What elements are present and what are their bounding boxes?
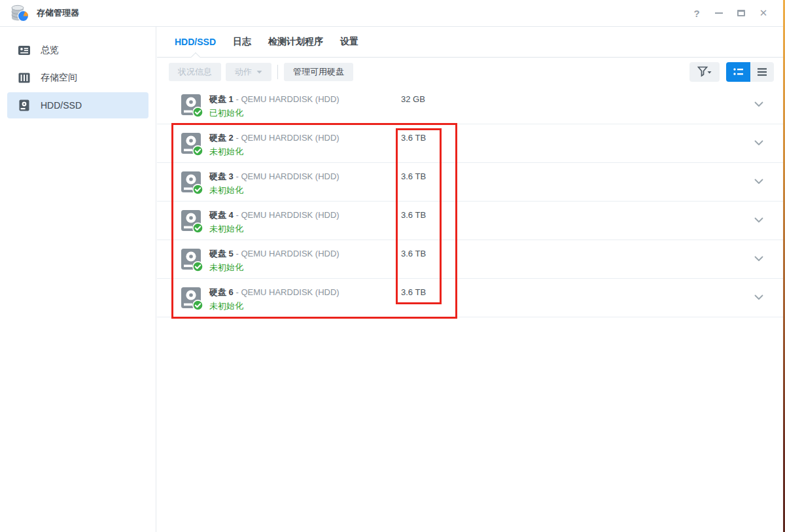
disk-icon — [18, 99, 31, 112]
minimize-button[interactable] — [712, 6, 726, 20]
drive-text: 硬盘 1 - QEMU HARDDISK (HDD) 已初始化 — [209, 94, 340, 118]
hdd-status-icon — [181, 92, 203, 118]
chevron-down-icon[interactable] — [754, 101, 763, 107]
tab-test-scheduler[interactable]: 检测计划程序 — [268, 27, 323, 57]
drive-size: 3.6 TB — [401, 210, 426, 220]
chevron-down-icon[interactable] — [754, 256, 763, 262]
chevron-down-icon[interactable] — [754, 217, 763, 223]
detail-list-view-icon — [733, 67, 744, 77]
hdd-status-icon — [181, 131, 203, 156]
detail-list-view-button[interactable] — [726, 62, 750, 82]
drive-text: 硬盘 5 - QEMU HARDDISK (HDD) 未初始化 — [209, 248, 340, 273]
tab-label: 检测计划程序 — [268, 36, 323, 48]
health-info-label: 状况信息 — [178, 66, 212, 78]
tab-label: 日志 — [233, 36, 251, 48]
manage-available-drives-button[interactable]: 管理可用硬盘 — [284, 63, 353, 81]
separator: - — [236, 287, 238, 297]
minimize-icon — [715, 12, 723, 14]
separator: - — [236, 210, 238, 220]
storage-manager-app-icon — [10, 5, 29, 22]
drive-model: QEMU HARDDISK (HDD) — [241, 210, 339, 220]
drive-text: 硬盘 4 - QEMU HARDDISK (HDD) 未初始化 — [209, 209, 340, 234]
drive-model: QEMU HARDDISK (HDD) — [241, 94, 339, 104]
separator: - — [236, 94, 238, 104]
drive-status: 未初始化 — [209, 146, 340, 157]
sidebar-item-overview[interactable]: 总览 — [7, 37, 148, 63]
manage-label: 管理可用硬盘 — [293, 66, 344, 78]
drive-row[interactable]: 硬盘 3 - QEMU HARDDISK (HDD) 未初始化 3.6 TB — [157, 163, 785, 202]
drive-name: 硬盘 5 — [209, 249, 234, 258]
chevron-down-icon[interactable] — [754, 140, 763, 146]
drive-name: 硬盘 1 — [209, 94, 234, 104]
sidebar-item-hdd-ssd[interactable]: HDD/SSD — [7, 92, 148, 118]
drive-text: 硬盘 2 - QEMU HARDDISK (HDD) 未初始化 — [209, 132, 340, 157]
tab-label: 设置 — [340, 36, 358, 48]
chevron-down-icon[interactable] — [754, 179, 763, 185]
drive-size: 32 GB — [401, 94, 425, 104]
filter-funnel-icon — [697, 66, 712, 77]
chevron-down-icon[interactable] — [754, 294, 763, 300]
sidebar-item-label: HDD/SSD — [41, 100, 82, 111]
maximize-button[interactable] — [734, 6, 748, 20]
filter-button[interactable] — [689, 62, 720, 82]
action-label: 动作 — [235, 66, 252, 78]
tab-settings[interactable]: 设置 — [340, 27, 358, 57]
toolbar-right-group — [689, 58, 774, 86]
drive-name: 硬盘 6 — [209, 287, 234, 297]
hamburger-list-icon — [757, 67, 767, 77]
maximize-icon — [737, 10, 745, 16]
separator: - — [236, 133, 238, 143]
drive-status: 未初始化 — [209, 300, 340, 311]
separator: - — [236, 171, 238, 181]
drive-size: 3.6 TB — [401, 249, 426, 258]
toolbar: 状况信息 动作 管理可用硬盘 — [157, 58, 785, 86]
drive-row[interactable]: 硬盘 1 - QEMU HARDDISK (HDD) 已初始化 32 GB — [157, 86, 785, 124]
action-dropdown-button[interactable]: 动作 — [226, 63, 271, 81]
close-button[interactable]: ✕ — [756, 6, 771, 20]
drive-status: 未初始化 — [209, 262, 340, 273]
drive-model: QEMU HARDDISK (HDD) — [241, 171, 339, 181]
sidebar-item-storage-pool[interactable]: 存储空间 — [7, 65, 148, 91]
drive-status: 未初始化 — [209, 223, 340, 234]
storage-manager-window: 存储管理器 ? ✕ 总览 存储空间 — [0, 0, 785, 532]
drive-row[interactable]: 硬盘 4 - QEMU HARDDISK (HDD) 未初始化 3.6 TB — [157, 202, 785, 240]
drive-name: 硬盘 3 — [209, 171, 234, 181]
drive-title-line: 硬盘 5 - QEMU HARDDISK (HDD) — [209, 248, 340, 259]
tab-hdd-ssd[interactable]: HDD/SSD — [175, 27, 216, 57]
drive-model: QEMU HARDDISK (HDD) — [241, 287, 339, 297]
drive-size: 3.6 TB — [401, 287, 426, 297]
drive-size: 3.6 TB — [401, 171, 426, 181]
health-info-button[interactable]: 状况信息 — [169, 63, 221, 81]
window-title: 存储管理器 — [37, 7, 79, 19]
main-panel: HDD/SSD 日志 检测计划程序 设置 状况信息 动作 管理可用硬盘 — [157, 27, 785, 532]
help-button[interactable]: ? — [689, 6, 704, 20]
sidebar: 总览 存储空间 HDD/SSD — [0, 27, 156, 532]
drive-name: 硬盘 4 — [209, 210, 234, 220]
tab-log[interactable]: 日志 — [233, 27, 251, 57]
hdd-status-icon — [181, 208, 203, 234]
caret-down-icon — [256, 70, 262, 74]
hdd-status-icon — [181, 247, 203, 272]
drive-title-line: 硬盘 4 - QEMU HARDDISK (HDD) — [209, 209, 340, 221]
sidebar-item-label: 总览 — [41, 44, 59, 56]
tab-bar: HDD/SSD 日志 检测计划程序 设置 — [157, 27, 785, 58]
drive-size: 3.6 TB — [401, 133, 426, 143]
tab-label: HDD/SSD — [175, 37, 216, 47]
drive-row[interactable]: 硬盘 5 - QEMU HARDDISK (HDD) 未初始化 3.6 TB — [157, 240, 785, 279]
drive-text: 硬盘 3 - QEMU HARDDISK (HDD) 未初始化 — [209, 171, 340, 196]
separator: - — [236, 249, 238, 258]
drive-title-line: 硬盘 3 - QEMU HARDDISK (HDD) — [209, 171, 340, 182]
drive-status: 已初始化 — [209, 107, 340, 118]
hdd-status-icon — [181, 285, 203, 311]
storage-pool-icon — [18, 71, 31, 84]
compact-list-view-button[interactable] — [750, 62, 774, 82]
drive-name: 硬盘 2 — [209, 133, 234, 143]
drive-title-line: 硬盘 1 - QEMU HARDDISK (HDD) — [209, 94, 340, 105]
drive-model: QEMU HARDDISK (HDD) — [241, 133, 339, 143]
drive-row[interactable]: 硬盘 2 - QEMU HARDDISK (HDD) 未初始化 3.6 TB — [157, 124, 785, 163]
sidebar-item-label: 存储空间 — [41, 72, 77, 84]
window-controls: ? ✕ — [689, 0, 771, 26]
toolbar-divider — [277, 65, 278, 79]
drive-title-line: 硬盘 6 - QEMU HARDDISK (HDD) — [209, 287, 340, 298]
drive-row[interactable]: 硬盘 6 - QEMU HARDDISK (HDD) 未初始化 3.6 TB — [157, 279, 785, 317]
